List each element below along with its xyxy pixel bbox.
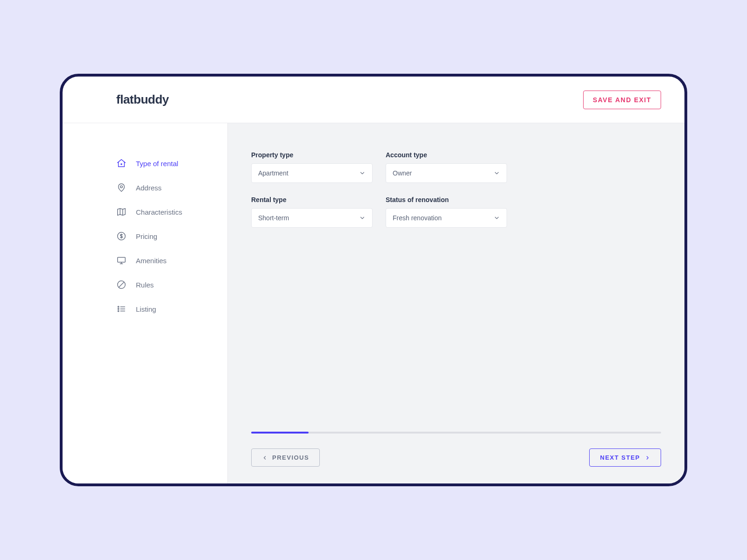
prohibit-icon: [116, 280, 127, 290]
rental-type-select[interactable]: Short-term: [251, 208, 373, 228]
sidebar-item-type-of-rental[interactable]: Type of rental: [116, 151, 227, 175]
progress-bar: [251, 432, 661, 434]
sidebar-item-label: Rules: [136, 281, 154, 289]
select-value: Fresh renovation: [393, 214, 442, 222]
svg-point-7: [118, 310, 119, 311]
svg-point-1: [120, 186, 123, 188]
svg-point-6: [118, 308, 119, 309]
body: Type of rental Address Characteristics P…: [63, 123, 684, 483]
field-account-type: Account type Owner: [386, 151, 507, 183]
svg-point-5: [118, 306, 119, 307]
sidebar-item-rules[interactable]: Rules: [116, 273, 227, 297]
property-type-select[interactable]: Apartment: [251, 163, 373, 183]
svg-point-0: [121, 164, 122, 165]
sidebar-item-label: Type of rental: [136, 160, 178, 168]
select-value: Apartment: [258, 169, 289, 177]
chevron-down-icon: [359, 215, 366, 221]
field-label: Status of renovation: [386, 196, 507, 203]
sidebar-item-label: Listing: [136, 305, 156, 313]
chevron-down-icon: [493, 215, 500, 221]
button-label: NEXT STEP: [600, 454, 640, 461]
map-icon: [116, 207, 127, 217]
house-icon: [116, 158, 127, 168]
previous-button[interactable]: PREVIOUS: [251, 448, 320, 467]
chevron-down-icon: [493, 170, 500, 176]
list-icon: [116, 304, 127, 314]
form-area: Property type Apartment Rental type Shor…: [251, 151, 661, 432]
sidebar-item-amenities[interactable]: Amenities: [116, 248, 227, 273]
sidebar: Type of rental Address Characteristics P…: [63, 123, 228, 483]
footer-buttons: PREVIOUS NEXT STEP: [251, 448, 661, 467]
save-and-exit-button[interactable]: SAVE AND EXIT: [583, 91, 661, 109]
sidebar-item-characteristics[interactable]: Characteristics: [116, 200, 227, 224]
sidebar-item-label: Characteristics: [136, 208, 182, 216]
dollar-circle-icon: [116, 231, 127, 241]
select-value: Owner: [393, 169, 412, 177]
header: flatbuddy SAVE AND EXIT: [63, 77, 684, 123]
sidebar-item-label: Address: [136, 184, 162, 192]
monitor-icon: [116, 255, 127, 266]
field-label: Account type: [386, 151, 507, 159]
sidebar-item-address[interactable]: Address: [116, 175, 227, 200]
chevron-down-icon: [359, 170, 366, 176]
field-property-type: Property type Apartment: [251, 151, 373, 183]
chevron-left-icon: [262, 455, 268, 461]
app-window: flatbuddy SAVE AND EXIT Type of rental A…: [60, 74, 687, 486]
next-step-button[interactable]: NEXT STEP: [589, 448, 661, 467]
pin-icon: [116, 182, 127, 193]
sidebar-item-label: Pricing: [136, 232, 157, 240]
select-value: Short-term: [258, 214, 289, 222]
renovation-status-select[interactable]: Fresh renovation: [386, 208, 507, 228]
svg-rect-3: [118, 258, 126, 262]
main-content: Property type Apartment Rental type Shor…: [228, 123, 684, 483]
field-label: Rental type: [251, 196, 373, 203]
button-label: PREVIOUS: [272, 454, 309, 461]
field-rental-type: Rental type Short-term: [251, 196, 373, 228]
field-label: Property type: [251, 151, 373, 159]
field-renovation-status: Status of renovation Fresh renovation: [386, 196, 507, 228]
progress-fill: [251, 432, 309, 434]
account-type-select[interactable]: Owner: [386, 163, 507, 183]
sidebar-item-listing[interactable]: Listing: [116, 297, 227, 321]
sidebar-item-label: Amenities: [136, 257, 167, 265]
chevron-right-icon: [645, 455, 650, 461]
sidebar-item-pricing[interactable]: Pricing: [116, 224, 227, 248]
logo: flatbuddy: [116, 92, 169, 107]
